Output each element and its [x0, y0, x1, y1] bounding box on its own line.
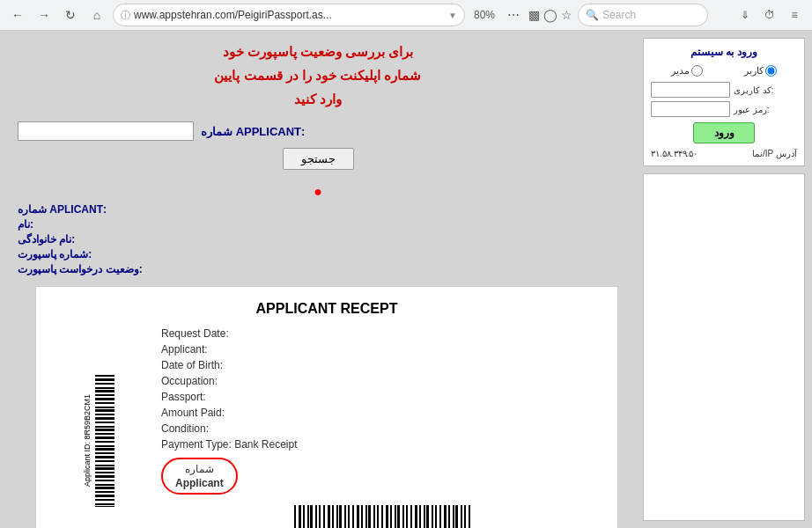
info-row-applicant: :APLICANT شماره [18, 203, 618, 216]
receipt-dob: Date of Birth: [161, 359, 603, 371]
bottom-barcode [294, 505, 470, 528]
radio-admin-input[interactable] [691, 65, 703, 77]
overflow-menu[interactable]: ⋯ [504, 8, 523, 22]
username-input[interactable] [651, 82, 730, 98]
applicant-form-row: :APPLICANT شماره [18, 121, 618, 141]
persian-heading: برای بررسی وضعیت پاسپورت خود شماره اپلیک… [18, 40, 618, 111]
receipt-amount: Amount Paid: [161, 407, 603, 419]
applicant-id-label: Applicant ID: 8R59B2CM1 [83, 394, 92, 487]
login-submit-button[interactable]: ورود [693, 122, 755, 143]
receipt-barcode-row: Applicant ID: 8R59B2CM1 [83, 375, 114, 507]
info-family-label: :نام خانوادگی [18, 233, 75, 246]
annotation-bubble: شماره Applicant [161, 458, 238, 495]
right-sidebar: ورود به سیستم کاربر مدیر :کد کاربری :رمز… [636, 31, 812, 528]
info-applicant-label: :APLICANT شماره [18, 203, 107, 216]
persian-line2: شماره اپلیکنت خود را در قسمت پایین [18, 63, 618, 87]
receipt-fields: Request Date: Applicant: Date of Birth: … [161, 327, 603, 528]
download-button[interactable]: ⇓ [734, 4, 756, 26]
annotation-persian: شماره [185, 463, 214, 475]
password-input[interactable] [651, 101, 730, 117]
username-row: :کد کاربری [651, 82, 797, 98]
star-icon[interactable]: ☆ [561, 8, 572, 22]
radio-user-label: کاربر [744, 65, 764, 77]
receipt-condition: Condition: [161, 422, 603, 435]
radio-admin[interactable]: مدیر [671, 65, 703, 77]
bookmark-icon[interactable]: ▩ [528, 8, 540, 22]
home-button[interactable]: ⌂ [86, 4, 107, 26]
receipt-payment-type: Payment Type: Bank Receipt [161, 438, 603, 451]
url-text: www.appstehran.com/PeigiriPassport.as... [134, 9, 445, 21]
receipt-passport: Passport: [161, 391, 603, 403]
search-bar[interactable]: 🔍 Search [578, 4, 708, 26]
receipt-title: APPLICANT RECEPT [50, 301, 603, 317]
browser-chrome: ← → ↻ ⌂ ⓘ www.appstehran.com/PeigiriPass… [0, 0, 812, 31]
radio-user-input[interactable] [765, 65, 777, 77]
lock-icon: ⓘ [121, 9, 130, 22]
password-row: :رمز عبور [651, 101, 797, 117]
info-row-status: :وضعیت درخواست پاسپورت [18, 263, 618, 275]
profile-icon[interactable]: ◯ [543, 8, 557, 22]
applicant-input[interactable] [18, 121, 194, 141]
info-name-label: :نام [18, 218, 33, 231]
username-label: :کد کاربری [734, 85, 774, 95]
persian-line3: وارد کنید [18, 87, 618, 111]
applicant-label: :APPLICANT شماره [201, 125, 305, 138]
address-bar[interactable]: ⓘ www.appstehran.com/PeigiriPassport.as.… [113, 4, 465, 26]
persian-line1: برای بررسی وضعیت پاسپورت خود [18, 40, 618, 63]
forward-button[interactable]: → [33, 4, 55, 26]
vertical-barcode [95, 375, 114, 507]
radio-user[interactable]: کاربر [744, 65, 777, 77]
info-row-passport: :شماره پاسپورت [18, 248, 618, 260]
receipt-left: Applicant ID: 8R59B2CM1 [50, 327, 147, 528]
ip-value: ۳۱.۵۸.۳۴۹.۵۰ [651, 149, 698, 158]
more-button[interactable]: ≡ [784, 4, 805, 26]
ip-label: آدرس IP/نما [752, 149, 797, 158]
back-button[interactable]: ← [7, 4, 28, 26]
main-area: برای بررسی وضعیت پاسپورت خود شماره اپلیک… [0, 31, 636, 528]
search-icon: 🔍 [586, 9, 599, 21]
info-row-family: :نام خانوادگی [18, 233, 618, 246]
empty-box [643, 173, 805, 521]
zoom-level[interactable]: 80% [470, 7, 498, 23]
password-label: :رمز عبور [734, 105, 770, 114]
ip-row: ۳۱.۵۸.۳۴۹.۵۰ آدرس IP/نما [651, 149, 797, 158]
annotation-english: Applicant [175, 477, 224, 489]
receipt-request-date: Request Date: [161, 327, 603, 340]
search-placeholder: Search [602, 9, 636, 21]
radio-admin-label: مدیر [671, 65, 690, 77]
info-passport-label: :شماره پاسپورت [18, 248, 92, 260]
info-status-label: :وضعیت درخواست پاسپورت [18, 263, 143, 275]
info-section: ● :APLICANT شماره :نام :نام خانوادگی :شم… [18, 184, 618, 275]
history-button[interactable]: ⏱ [759, 4, 780, 26]
login-box: ورود به سیستم کاربر مدیر :کد کاربری :رمز… [643, 38, 805, 166]
login-title: ورود به سیستم [651, 46, 797, 58]
receipt-applicant: Applicant: [161, 343, 603, 356]
info-row-name: :نام [18, 218, 618, 231]
bookmark-area: ▩ ◯ ☆ [528, 8, 572, 22]
page-content: برای بررسی وضعیت پاسپورت خود شماره اپلیک… [0, 31, 812, 528]
bottom-barcode-container: Recept: 059900781 [161, 505, 603, 528]
browser-action-buttons: ⇓ ⏱ ≡ [734, 4, 805, 26]
receipt-occupation: Occupation: [161, 375, 603, 387]
radio-row: کاربر مدیر [651, 65, 797, 77]
reload-button[interactable]: ↻ [60, 4, 81, 26]
dropdown-icon[interactable]: ▼ [448, 11, 457, 20]
receipt-body: Applicant ID: 8R59B2CM1 Request Date: Ap… [50, 327, 603, 528]
receipt-card: APPLICANT RECEPT Applicant ID: 8R59B2CM1… [35, 286, 618, 528]
red-dot: ● [18, 184, 618, 200]
search-button[interactable]: جستجو [283, 148, 354, 170]
